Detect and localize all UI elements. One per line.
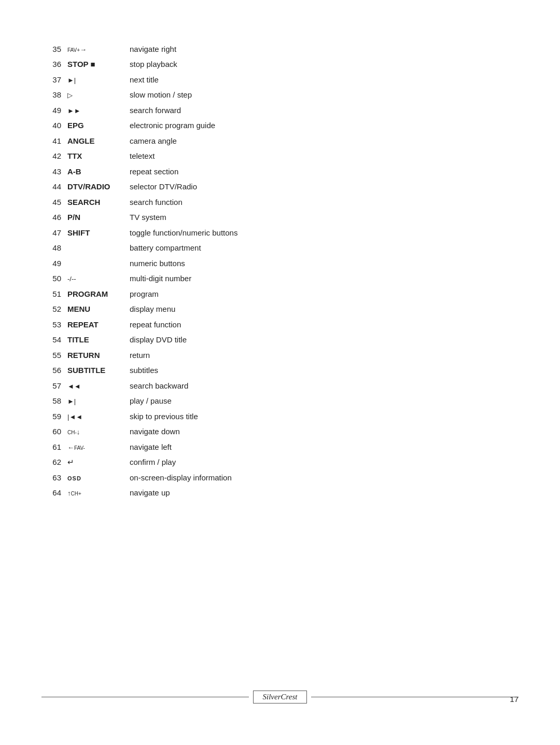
row-symbol: SUBTITLE bbox=[67, 365, 130, 377]
row-number: 37 bbox=[41, 74, 67, 86]
row-description: stop playback bbox=[130, 59, 519, 71]
row-symbol: P/N bbox=[67, 212, 130, 224]
row-number: 51 bbox=[41, 288, 67, 300]
table-row: 40 EPG electronic program guide bbox=[41, 118, 519, 134]
table-row: 63 OSD on-screen-display information bbox=[41, 470, 519, 486]
row-number: 60 bbox=[41, 426, 67, 438]
row-description: selector DTV/Radio bbox=[130, 181, 519, 193]
brand-logo: SilverCrest bbox=[253, 691, 307, 703]
row-symbol: EPG bbox=[67, 120, 130, 132]
table-row: 49 ►► search forward bbox=[41, 103, 519, 118]
table-row: 56 SUBTITLE subtitles bbox=[41, 363, 519, 379]
page-content: 35 FAV+→ navigate right 36 STOP ■ stop p… bbox=[0, 0, 560, 553]
row-description: play / pause bbox=[130, 395, 519, 407]
row-description: repeat function bbox=[130, 319, 519, 331]
row-symbol: DTV/RADIO bbox=[67, 181, 130, 193]
table-row: 42 TTX teletext bbox=[41, 149, 519, 164]
table-row: 60 CH-↓ navigate down bbox=[41, 424, 519, 440]
table-row: 35 FAV+→ navigate right bbox=[41, 42, 519, 57]
row-description: confirm / play bbox=[130, 457, 519, 468]
reference-table: 35 FAV+→ navigate right 36 STOP ■ stop p… bbox=[41, 42, 519, 501]
row-number: 63 bbox=[41, 472, 67, 484]
row-number: 48 bbox=[41, 242, 67, 254]
row-number: 53 bbox=[41, 319, 67, 331]
row-number: 55 bbox=[41, 350, 67, 362]
row-description: navigate down bbox=[130, 426, 519, 438]
table-row: 59 |◄◄ skip to previous title bbox=[41, 409, 519, 424]
table-row: 41 ANGLE camera angle bbox=[41, 133, 519, 149]
row-number: 58 bbox=[41, 395, 67, 407]
row-number: 44 bbox=[41, 181, 67, 193]
row-description: return bbox=[130, 350, 519, 362]
footer: SilverCrest bbox=[0, 691, 560, 703]
row-symbol: A-B bbox=[67, 166, 130, 178]
row-number: 64 bbox=[41, 487, 67, 499]
row-description: search function bbox=[130, 197, 519, 209]
row-symbol: TTX bbox=[67, 150, 130, 162]
table-row: 38 ▷ slow motion / step bbox=[41, 88, 519, 103]
row-description: numeric buttons bbox=[130, 258, 519, 270]
row-description: search backward bbox=[130, 380, 519, 392]
row-symbol: ←FAV- bbox=[67, 443, 130, 453]
row-symbol: |◄◄ bbox=[67, 412, 130, 422]
row-symbol: SEARCH bbox=[67, 197, 130, 209]
row-number: 54 bbox=[41, 334, 67, 346]
row-symbol: ↑CH+ bbox=[67, 488, 130, 499]
row-symbol: RETURN bbox=[67, 350, 130, 362]
table-row: 44 DTV/RADIO selector DTV/Radio bbox=[41, 180, 519, 195]
row-description: navigate up bbox=[130, 487, 519, 499]
table-row: 53 REPEAT repeat function bbox=[41, 317, 519, 333]
page-number: 17 bbox=[510, 695, 519, 703]
table-row: 37 ►| next title bbox=[41, 72, 519, 88]
row-symbol: ►| bbox=[67, 75, 130, 86]
row-number: 42 bbox=[41, 150, 67, 162]
row-description: display menu bbox=[130, 303, 519, 315]
footer-line-right bbox=[311, 697, 519, 697]
table-row: 54 TITLE display DVD title bbox=[41, 333, 519, 348]
row-symbol: FAV+→ bbox=[67, 45, 130, 55]
row-description: next title bbox=[130, 74, 519, 86]
table-row: 36 STOP ■ stop playback bbox=[41, 57, 519, 73]
row-symbol: ►► bbox=[67, 106, 130, 116]
row-number: 59 bbox=[41, 411, 67, 423]
row-number: 40 bbox=[41, 120, 67, 132]
table-row: 55 RETURN return bbox=[41, 348, 519, 363]
row-description: skip to previous title bbox=[130, 411, 519, 423]
table-row: 62 ↵ confirm / play bbox=[41, 455, 519, 471]
row-description: multi-digit number bbox=[130, 273, 519, 285]
row-description: on-screen-display information bbox=[130, 472, 519, 484]
table-row: 64 ↑CH+ navigate up bbox=[41, 486, 519, 501]
table-row: 58 ►| play / pause bbox=[41, 394, 519, 409]
row-symbol: TITLE bbox=[67, 334, 130, 346]
row-description: electronic program guide bbox=[130, 120, 519, 132]
row-symbol: PROGRAM bbox=[67, 288, 130, 300]
row-description: repeat section bbox=[130, 166, 519, 178]
row-number: 57 bbox=[41, 380, 67, 392]
row-symbol: ▷ bbox=[67, 90, 130, 101]
table-row: 43 A-B repeat section bbox=[41, 164, 519, 180]
row-symbol: STOP ■ bbox=[67, 59, 130, 71]
row-description: teletext bbox=[130, 150, 519, 162]
row-number: 49 bbox=[41, 105, 67, 117]
row-number: 49 bbox=[41, 258, 67, 270]
row-description: display DVD title bbox=[130, 334, 519, 346]
table-row: 57 ◄◄ search backward bbox=[41, 378, 519, 394]
row-description: search forward bbox=[130, 105, 519, 117]
table-row: 46 P/N TV system bbox=[41, 210, 519, 226]
footer-line-left bbox=[41, 697, 249, 697]
table-row: 49 numeric buttons bbox=[41, 256, 519, 271]
row-description: toggle function/numeric buttons bbox=[130, 227, 519, 239]
row-description: TV system bbox=[130, 212, 519, 224]
row-symbol: ►| bbox=[67, 396, 130, 407]
row-symbol: ◄◄ bbox=[67, 381, 130, 392]
row-description: subtitles bbox=[130, 365, 519, 377]
row-symbol: ↵ bbox=[67, 457, 130, 468]
table-row: 50 -/-- multi-digit number bbox=[41, 271, 519, 287]
row-symbol: SHIFT bbox=[67, 227, 130, 239]
row-number: 35 bbox=[41, 44, 67, 56]
row-number: 38 bbox=[41, 89, 67, 101]
table-row: 61 ←FAV- navigate left bbox=[41, 439, 519, 455]
row-number: 43 bbox=[41, 166, 67, 178]
row-number: 46 bbox=[41, 212, 67, 224]
row-description: battery compartment bbox=[130, 242, 519, 254]
